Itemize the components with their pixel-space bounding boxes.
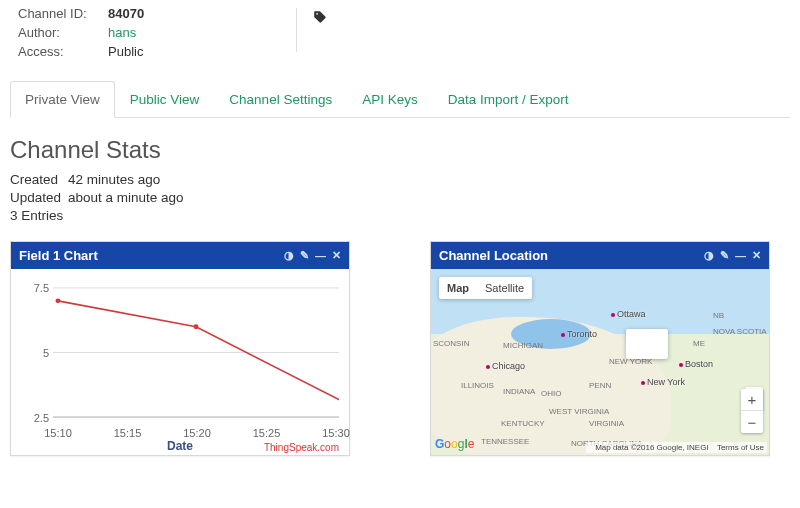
tab-data-import-export[interactable]: Data Import / Export [433, 81, 584, 118]
google-logo: Google [435, 437, 474, 451]
map-state-label: TENNESSEE [481, 437, 529, 446]
map-city-label: Toronto [561, 329, 597, 339]
map-state-label: NB [713, 311, 724, 320]
chart-x-axis-label: Date [167, 439, 193, 453]
x-tick: 15:30 [322, 427, 350, 439]
map-type-map[interactable]: Map [439, 277, 477, 299]
y-tick: 2.5 [34, 412, 49, 424]
tag-icon [313, 10, 327, 63]
channel-location-panel: Channel Location ◑ ✎ — ✕ OttawaTorontoCh… [430, 241, 770, 456]
tab-channel-settings[interactable]: Channel Settings [214, 81, 347, 118]
chart-panel-title: Field 1 Chart [19, 248, 98, 263]
map-state-label: SCONSIN [433, 339, 469, 348]
tab-api-keys[interactable]: API Keys [347, 81, 433, 118]
map-city-label: New York [641, 377, 685, 387]
y-tick: 7.5 [34, 282, 49, 294]
updated-label: Updated [10, 190, 68, 205]
map-panel-title: Channel Location [439, 248, 548, 263]
map-state-label: ILLINOIS [461, 381, 494, 390]
entries-count: 3 Entries [10, 208, 800, 223]
map-state-label: ME [693, 339, 705, 348]
map-edit-icon[interactable]: ✎ [720, 249, 729, 262]
chart-body: Date ThingSpeak.com 2.557.515:1015:1515:… [11, 269, 349, 455]
map-state-label: PENN [589, 381, 611, 390]
zoom-out-button[interactable]: − [741, 411, 763, 433]
channel-id-label: Channel ID: [18, 6, 108, 21]
map-terms-link[interactable]: Terms of Use [717, 443, 764, 452]
x-tick: 15:15 [114, 427, 142, 439]
zoom-in-button[interactable]: + [741, 389, 763, 411]
chart-help-icon[interactable]: ◑ [284, 249, 294, 262]
map-state-label: OHIO [541, 389, 561, 398]
map-state-label: INDIANA [503, 387, 535, 396]
map-state-label: NOVA SCOTIA [713, 327, 767, 336]
channel-id-value: 84070 [108, 6, 144, 21]
chart-edit-icon[interactable]: ✎ [300, 249, 309, 262]
map-help-icon[interactable]: ◑ [704, 249, 714, 262]
tab-private-view[interactable]: Private View [10, 81, 115, 118]
map-state-label: KENTUCKY [501, 419, 545, 428]
divider [296, 8, 297, 52]
created-label: Created [10, 172, 68, 187]
map-data-attribution: Map data ©2016 Google, INEGI [595, 443, 709, 452]
created-value: 42 minutes ago [68, 172, 160, 187]
access-label: Access: [18, 44, 108, 59]
chart-minimize-icon[interactable]: — [315, 250, 326, 262]
map-minimize-icon[interactable]: — [735, 250, 746, 262]
x-tick: 15:10 [44, 427, 72, 439]
map-close-icon[interactable]: ✕ [752, 249, 761, 262]
access-value: Public [108, 44, 143, 59]
map-city-label: Boston [679, 359, 713, 369]
svg-point-4 [55, 298, 60, 303]
author-label: Author: [18, 25, 108, 40]
svg-point-5 [194, 324, 199, 329]
tab-bar: Private View Public View Channel Setting… [10, 81, 790, 118]
updated-value: about a minute ago [68, 190, 184, 205]
map-footer: Map data ©2016 Google, INEGI Terms of Us… [586, 442, 767, 453]
chart-close-icon[interactable]: ✕ [332, 249, 341, 262]
map-city-label: Chicago [486, 361, 525, 371]
chart-attribution: ThingSpeak.com [264, 442, 339, 453]
y-tick: 5 [43, 347, 49, 359]
field1-chart-panel: Field 1 Chart ◑ ✎ — ✕ Date ThingSpeak.co… [10, 241, 350, 456]
map-city-label: Ottawa [611, 309, 646, 319]
map-body[interactable]: OttawaTorontoChicagoNew YorkBostonSCONSI… [431, 269, 769, 455]
map-state-label: MICHIGAN [503, 341, 543, 350]
tab-public-view[interactable]: Public View [115, 81, 215, 118]
map-type-satellite[interactable]: Satellite [477, 277, 532, 299]
zoom-control: + − [741, 389, 763, 433]
x-tick: 15:25 [253, 427, 281, 439]
map-type-control: Map Satellite [439, 277, 532, 299]
map-state-label: VIRGINIA [589, 419, 624, 428]
x-tick: 15:20 [183, 427, 211, 439]
map-info-window[interactable] [626, 329, 668, 359]
author-link[interactable]: hans [108, 25, 136, 40]
channel-stats-heading: Channel Stats [10, 136, 800, 164]
map-state-label: SOUTH CAROLINA [559, 453, 630, 455]
map-state-label: WEST VIRGINIA [549, 407, 609, 416]
